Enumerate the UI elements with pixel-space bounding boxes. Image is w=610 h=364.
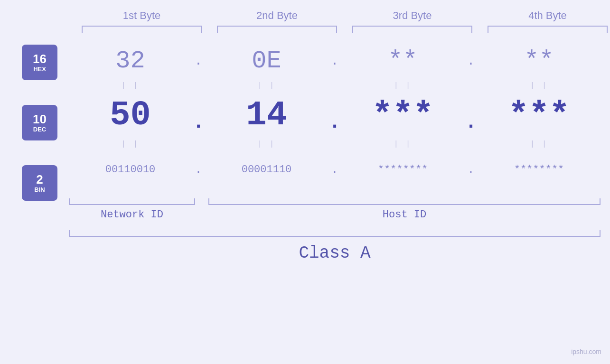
byte2-header: 2nd Byte [215, 9, 339, 22]
equals-row-2: | | | | | | | | [69, 138, 601, 151]
network-id-label: Network ID [69, 209, 195, 221]
bin-row: 00110010 . 00001110 . ******** . *******… [69, 151, 601, 188]
eq1-b4: | | [478, 82, 601, 90]
bin-b2: 00001110 [242, 164, 292, 176]
bin-b1: 00110010 [105, 164, 156, 176]
bracket-byte4 [488, 26, 608, 36]
class-a-text: Class A [299, 243, 370, 263]
dec-badge-number: 10 [33, 112, 47, 126]
dot1-bin: . [192, 163, 205, 176]
bracket-byte1 [82, 26, 202, 36]
byte1-header: 1st Byte [79, 9, 204, 22]
dec-b3: *** [372, 96, 434, 135]
dec-b1: 50 [110, 96, 150, 135]
dot1-hex: . [192, 54, 205, 68]
bin-b3: ******** [378, 164, 428, 176]
network-bracket [69, 196, 195, 205]
dot1-dec: . [192, 97, 205, 134]
bracket-byte3 [352, 26, 472, 36]
byte4-header: 4th Byte [485, 9, 610, 22]
eq2-b4: | | [478, 140, 601, 149]
dec-badge-label: DEC [33, 126, 46, 133]
dot3-bin: . [464, 163, 478, 176]
host-id-label: Host ID [208, 209, 601, 221]
hex-b1: 32 [115, 47, 145, 75]
dot2-bin: . [328, 163, 341, 176]
hex-badge-label: HEX [33, 65, 46, 73]
bin-badge-number: 2 [36, 173, 43, 187]
id-labels-row: Network ID Host ID [69, 209, 601, 221]
bin-badge: 2 BIN [22, 165, 57, 201]
dec-b4: *** [508, 96, 570, 135]
dec-badge: 10 DEC [22, 105, 57, 140]
bracket-byte2 [217, 26, 337, 36]
eq1-b2: | | [205, 82, 328, 90]
bin-b4: ******** [514, 164, 564, 176]
equals-row-1: | | | | | | | | [69, 79, 601, 93]
eq2-b1: | | [69, 140, 192, 149]
dot2-hex: . [328, 54, 341, 68]
dec-row: 50 . 14 . *** . *** [69, 93, 601, 138]
eq2-b2: | | [205, 140, 328, 149]
bin-badge-label: BIN [34, 186, 45, 193]
eq1-b1: | | [69, 82, 192, 90]
main-container: 1st Byte 2nd Byte 3rd Byte 4th Byte [0, 0, 610, 364]
full-bottom-bracket [69, 227, 601, 237]
dot3-hex: . [464, 54, 478, 68]
byte3-header: 3rd Byte [350, 9, 475, 22]
dot2-dec: . [328, 97, 341, 134]
bottom-brackets [69, 191, 601, 205]
top-brackets [69, 26, 610, 36]
host-bracket [208, 196, 601, 205]
eq1-b3: | | [341, 82, 464, 90]
hex-badge-number: 16 [33, 52, 47, 66]
class-a-row: Class A [69, 243, 601, 263]
dot3-dec: . [464, 97, 478, 134]
hex-b3: ** [388, 47, 417, 75]
hex-b2: 0E [252, 47, 281, 75]
watermark: ipshu.com [571, 348, 601, 355]
hex-row: 32 . 0E . ** . ** [69, 42, 601, 79]
hex-badge: 16 HEX [22, 45, 57, 80]
hex-b4: ** [524, 47, 554, 75]
eq2-b3: | | [341, 140, 464, 149]
dec-b2: 14 [246, 96, 287, 135]
